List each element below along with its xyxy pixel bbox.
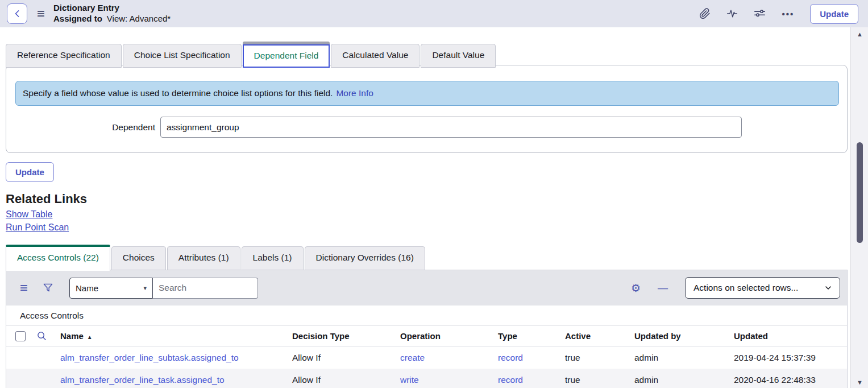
- col-header-active[interactable]: Active: [565, 331, 634, 341]
- actions-select[interactable]: Actions on selected rows...: [685, 277, 840, 299]
- tab-access-controls[interactable]: Access Controls (22): [6, 245, 110, 271]
- caret-down-icon: ▾: [143, 284, 147, 292]
- header-update-button[interactable]: Update: [810, 4, 858, 24]
- run-point-scan-link[interactable]: Run Point Scan: [6, 222, 69, 233]
- column-search-icon[interactable]: [36, 331, 47, 341]
- record-type: Dictionary Entry: [53, 3, 171, 14]
- col-header-decision-type[interactable]: Decision Type: [292, 331, 400, 341]
- table-row: alm_transfer_order_line_task.assigned_to…: [6, 369, 847, 388]
- info-message: Specify a field whose value is used to d…: [15, 81, 839, 106]
- tab-default-value[interactable]: Default Value: [421, 44, 496, 68]
- col-header-operation[interactable]: Operation: [400, 331, 498, 341]
- row-updated-by: admin: [634, 353, 734, 363]
- row-updated: 2019-04-24 15:37:39: [734, 353, 847, 363]
- list-caption: Access Controls: [6, 306, 847, 326]
- actions-select-value: Actions on selected rows...: [693, 283, 798, 293]
- view-label: View: Advanced*: [107, 14, 171, 23]
- app-header: ≡ Dictionary Entry Assigned toView: Adva…: [0, 0, 868, 27]
- col-header-updated[interactable]: Updated: [734, 331, 847, 341]
- list-header-row: Name▲ Decision Type Operation Type Activ…: [6, 326, 847, 346]
- row-type-link[interactable]: record: [498, 375, 523, 385]
- tab-labels[interactable]: Labels (1): [242, 246, 304, 270]
- dependent-field-input[interactable]: [160, 117, 742, 138]
- table-row: alm_transfer_order_line_subtask.assigned…: [6, 346, 847, 369]
- page-title: Dictionary Entry Assigned toView: Advanc…: [53, 3, 171, 24]
- tab-choice-list-specification[interactable]: Choice List Specification: [123, 44, 242, 68]
- row-name-link[interactable]: alm_transfer_order_line_subtask.assigned…: [60, 353, 239, 362]
- filter-icon[interactable]: [43, 283, 53, 294]
- sliders-icon[interactable]: [754, 8, 766, 20]
- row-type-link[interactable]: record: [498, 353, 523, 362]
- back-button[interactable]: [7, 3, 27, 24]
- tab-dictionary-overrides[interactable]: Dictionary Overrides (16): [305, 246, 425, 270]
- row-decision-type: Allow If: [292, 375, 400, 385]
- gear-icon[interactable]: ⚙: [631, 283, 641, 294]
- row-updated: 2020-04-16 22:48:33: [734, 375, 847, 385]
- row-decision-type: Allow If: [292, 353, 400, 363]
- row-name-link[interactable]: alm_transfer_order_line_task.assigned_to: [60, 375, 225, 385]
- row-updated-by: admin: [634, 375, 734, 385]
- chevron-down-icon: [824, 283, 833, 292]
- more-info-link[interactable]: More Info: [336, 88, 373, 98]
- select-all-checkbox[interactable]: [15, 331, 26, 341]
- vertical-scrollbar[interactable]: ▲ ▼: [850, 27, 868, 388]
- dependent-field-section: Specify a field whose value is used to d…: [6, 65, 848, 153]
- dependent-field-label: Dependent: [6, 122, 155, 133]
- related-list-tabs: Access Controls (22) Choices Attributes …: [6, 245, 850, 270]
- col-header-type[interactable]: Type: [498, 331, 565, 341]
- search-column-value: Name: [76, 283, 98, 293]
- row-active: true: [565, 353, 634, 363]
- list-search-input[interactable]: [153, 278, 258, 299]
- row-operation-link[interactable]: write: [400, 375, 419, 385]
- record-subtitle: Assigned toView: Advanced*: [53, 14, 171, 24]
- tab-choices[interactable]: Choices: [111, 246, 166, 270]
- show-table-link[interactable]: Show Table: [6, 209, 52, 220]
- row-active: true: [565, 375, 634, 385]
- list-menu-icon[interactable]: ≡: [20, 281, 28, 295]
- tab-attributes[interactable]: Attributes (1): [167, 246, 240, 270]
- chevron-left-icon: [11, 8, 23, 19]
- search-column-select[interactable]: Name ▾: [69, 278, 153, 299]
- paperclip-icon[interactable]: [699, 8, 711, 19]
- menu-icon[interactable]: ≡: [37, 7, 45, 20]
- list-toolbar: ≡ Name ▾ ⚙ — Actions on selected rows...: [6, 270, 847, 306]
- form-section-tabs: Reference Specification Choice List Spec…: [6, 42, 850, 68]
- info-message-text: Specify a field whose value is used to d…: [23, 88, 333, 98]
- row-operation-link[interactable]: create: [400, 353, 425, 362]
- access-controls-list: ≡ Name ▾ ⚙ — Actions on selected rows...…: [6, 270, 848, 388]
- related-links-heading: Related Links: [6, 192, 850, 207]
- scroll-down-icon[interactable]: ▼: [851, 379, 868, 386]
- col-header-name[interactable]: Name▲: [60, 331, 292, 341]
- tab-dependent-field[interactable]: Dependent Field: [243, 42, 330, 68]
- activity-icon[interactable]: [726, 8, 738, 19]
- col-header-updated-by[interactable]: Updated by: [634, 331, 734, 341]
- scroll-up-icon[interactable]: ▲: [851, 31, 868, 38]
- record-name: Assigned to: [53, 14, 102, 23]
- tab-calculated-value[interactable]: Calculated Value: [331, 44, 420, 68]
- scrollbar-thumb[interactable]: [857, 142, 863, 243]
- more-icon[interactable]: •••: [782, 9, 794, 19]
- form-update-button[interactable]: Update: [6, 162, 54, 182]
- minimize-icon[interactable]: —: [658, 282, 668, 294]
- sort-ascending-icon: ▲: [87, 334, 93, 340]
- dependent-field-row: Dependent: [6, 117, 847, 138]
- tab-reference-specification[interactable]: Reference Specification: [6, 44, 122, 68]
- main-content: Reference Specification Choice List Spec…: [0, 27, 850, 388]
